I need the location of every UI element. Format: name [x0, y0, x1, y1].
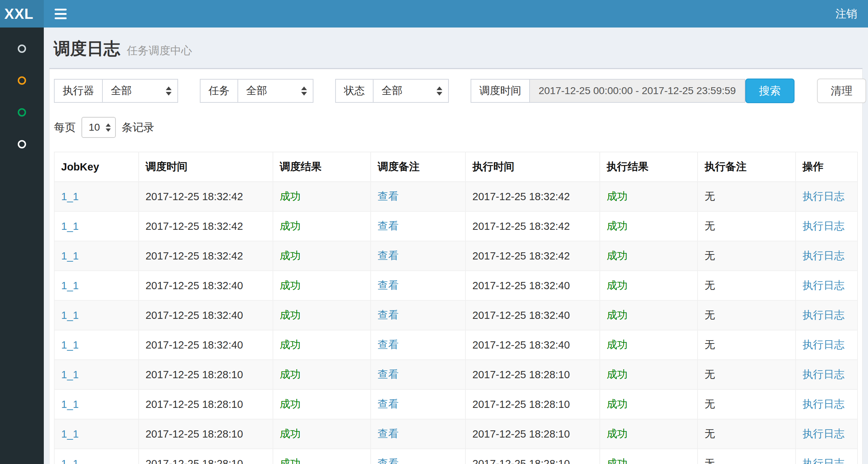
- handle-msg-cell: 无: [698, 389, 796, 419]
- trigger-result-cell: 成功: [273, 419, 371, 449]
- trigger-time-cell: 2017-12-25 18:32:42: [139, 182, 273, 211]
- jobkey-link[interactable]: 1_1: [61, 250, 79, 262]
- trigger-msg-cell: 查看: [371, 211, 465, 241]
- select-arrows-icon: [106, 123, 111, 132]
- job-filter-group: 任务 全部: [200, 79, 313, 103]
- trigger-result-badge: 成功: [280, 398, 301, 410]
- trigger-msg-link[interactable]: 查看: [378, 398, 399, 410]
- handle-time-cell: 2017-12-25 18:28:10: [465, 360, 600, 389]
- jobkey-link[interactable]: 1_1: [61, 191, 79, 202]
- trigger-msg-link[interactable]: 查看: [378, 309, 399, 321]
- action-cell: 执行日志: [796, 182, 858, 211]
- schedule-time-range-input[interactable]: 2017-12-25 00:00:00 - 2017-12-25 23:59:5…: [530, 79, 745, 103]
- trigger-msg-link[interactable]: 查看: [378, 428, 399, 439]
- job-select[interactable]: 全部: [238, 79, 313, 103]
- trigger-msg-link[interactable]: 查看: [378, 220, 399, 232]
- handle-result-badge: 成功: [607, 398, 628, 410]
- jobkey-link[interactable]: 1_1: [61, 369, 79, 380]
- handle-msg-cell: 无: [698, 241, 796, 271]
- jobkey-link[interactable]: 1_1: [61, 309, 79, 321]
- column-header: 操作: [796, 152, 858, 182]
- exec-log-link[interactable]: 执行日志: [802, 428, 844, 439]
- exec-log-link[interactable]: 执行日志: [802, 309, 844, 321]
- search-button[interactable]: 搜索: [745, 79, 795, 103]
- jobkey-cell: 1_1: [54, 241, 139, 271]
- handle-result-badge: 成功: [607, 428, 628, 439]
- time-filter-group: 调度时间 2017-12-25 00:00:00 - 2017-12-25 23…: [471, 79, 745, 103]
- action-cell: 执行日志: [796, 389, 858, 419]
- table-header-row: JobKey调度时间调度结果调度备注执行时间执行结果执行备注操作: [54, 152, 858, 182]
- jobkey-link[interactable]: 1_1: [61, 428, 79, 440]
- exec-log-link[interactable]: 执行日志: [802, 457, 844, 464]
- exec-log-link[interactable]: 执行日志: [802, 339, 844, 350]
- top-navbar: XXL 注销: [0, 0, 868, 28]
- jobkey-link[interactable]: 1_1: [61, 458, 79, 464]
- handle-msg-cell: 无: [698, 330, 796, 360]
- executor-select[interactable]: 全部: [103, 79, 178, 103]
- log-panel: 执行器 全部 任务 全部 状态 全部: [49, 68, 863, 464]
- trigger-msg-cell: 查看: [371, 389, 465, 419]
- exec-log-link[interactable]: 执行日志: [802, 220, 844, 232]
- trigger-result-cell: 成功: [273, 330, 371, 360]
- exec-log-link[interactable]: 执行日志: [802, 279, 844, 291]
- table-row: 1_1 2017-12-25 18:32:42 成功 查看 2017-12-25…: [54, 211, 858, 241]
- handle-result-badge: 成功: [607, 368, 628, 380]
- main-content: 调度日志 任务调度中心 执行器 全部 任务 全部 状态: [44, 28, 868, 464]
- page-length-prefix: 每页: [54, 120, 76, 135]
- trigger-msg-cell: 查看: [371, 241, 465, 271]
- handle-result-cell: 成功: [600, 211, 698, 241]
- sidebar-item-1[interactable]: [0, 33, 44, 64]
- handle-msg-cell: 无: [698, 360, 796, 389]
- trigger-msg-link[interactable]: 查看: [378, 368, 399, 380]
- handle-time-cell: 2017-12-25 18:32:40: [465, 330, 600, 360]
- app-logo[interactable]: XXL: [0, 0, 44, 28]
- handle-time-cell: 2017-12-25 18:32:40: [465, 271, 600, 300]
- trigger-msg-cell: 查看: [371, 300, 465, 330]
- executor-filter-label: 执行器: [54, 79, 103, 103]
- exec-log-link[interactable]: 执行日志: [802, 398, 844, 410]
- jobkey-link[interactable]: 1_1: [61, 280, 79, 291]
- handle-time-cell: 2017-12-25 18:28:10: [465, 419, 600, 449]
- status-filter-group: 状态 全部: [335, 79, 449, 103]
- trigger-msg-cell: 查看: [371, 419, 465, 449]
- select-arrows-icon: [437, 87, 442, 96]
- page-length-select[interactable]: 10: [81, 117, 116, 138]
- sidebar-item-3[interactable]: [0, 96, 44, 128]
- trigger-msg-link[interactable]: 查看: [378, 457, 399, 464]
- trigger-msg-link[interactable]: 查看: [378, 190, 399, 202]
- action-cell: 执行日志: [796, 211, 858, 241]
- executor-select-value: 全部: [111, 84, 132, 98]
- table-row: 1_1 2017-12-25 18:32:40 成功 查看 2017-12-25…: [54, 271, 858, 300]
- logout-link[interactable]: 注销: [825, 0, 868, 28]
- trigger-msg-link[interactable]: 查看: [378, 279, 399, 291]
- column-header: 执行备注: [698, 152, 796, 182]
- jobkey-cell: 1_1: [54, 271, 139, 300]
- trigger-result-badge: 成功: [280, 190, 301, 202]
- exec-log-link[interactable]: 执行日志: [802, 368, 844, 380]
- handle-time-cell: 2017-12-25 18:32:42: [465, 211, 600, 241]
- exec-log-link[interactable]: 执行日志: [802, 190, 844, 202]
- sidebar-toggle-button[interactable]: [44, 0, 77, 28]
- trigger-result-badge: 成功: [280, 428, 301, 439]
- jobkey-link[interactable]: 1_1: [61, 339, 79, 351]
- sidebar-item-4[interactable]: [0, 128, 44, 160]
- action-cell: 执行日志: [796, 360, 858, 389]
- jobkey-cell: 1_1: [54, 389, 139, 419]
- handle-result-badge: 成功: [607, 279, 628, 291]
- clear-button[interactable]: 清理: [817, 79, 866, 103]
- trigger-result-cell: 成功: [273, 241, 371, 271]
- trigger-msg-link[interactable]: 查看: [378, 339, 399, 350]
- trigger-msg-link[interactable]: 查看: [378, 250, 399, 261]
- table-row: 1_1 2017-12-25 18:32:40 成功 查看 2017-12-25…: [54, 330, 858, 360]
- jobkey-link[interactable]: 1_1: [61, 220, 79, 232]
- handle-result-cell: 成功: [600, 360, 698, 389]
- jobkey-link[interactable]: 1_1: [61, 398, 79, 410]
- exec-log-link[interactable]: 执行日志: [802, 250, 844, 261]
- page-length-bar: 每页 10 条记录: [54, 117, 858, 138]
- trigger-msg-cell: 查看: [371, 330, 465, 360]
- trigger-result-badge: 成功: [280, 457, 301, 464]
- select-arrows-icon: [166, 87, 172, 96]
- log-table-body: 1_1 2017-12-25 18:32:42 成功 查看 2017-12-25…: [54, 182, 858, 464]
- sidebar-item-2[interactable]: [0, 64, 44, 96]
- status-select[interactable]: 全部: [374, 79, 449, 103]
